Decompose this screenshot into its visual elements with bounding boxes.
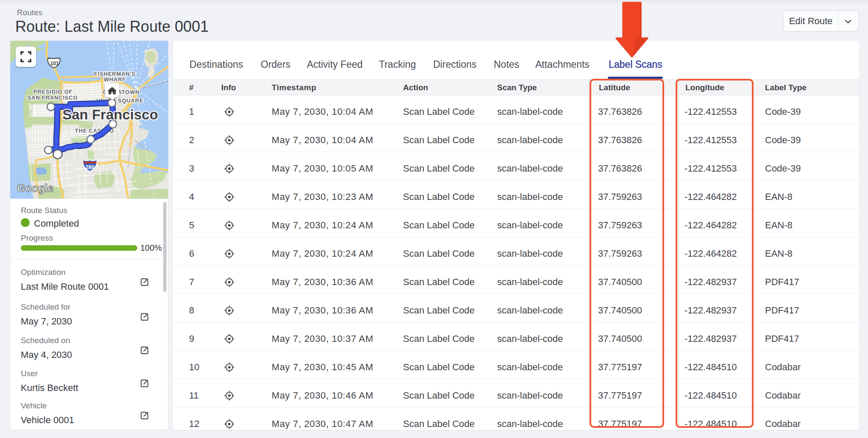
- svg-text:SAN FRANCISCO: SAN FRANCISCO: [28, 94, 78, 101]
- svg-text:Google: Google: [17, 182, 53, 194]
- svg-text:WHARF: WHARF: [104, 76, 126, 83]
- svg-text:San Francisco: San Francisco: [62, 107, 158, 122]
- svg-text:101: 101: [50, 61, 59, 67]
- svg-text:280: 280: [86, 164, 95, 170]
- svg-text:PRESIDIO OF: PRESIDIO OF: [33, 89, 73, 95]
